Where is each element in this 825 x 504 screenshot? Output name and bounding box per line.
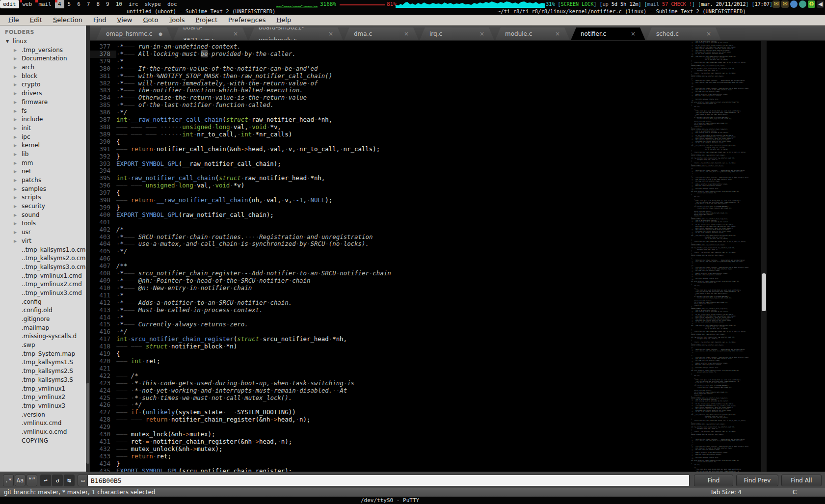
mail-notify-icon-2[interactable]: ✉ [781, 0, 789, 8]
code-line-413[interactable]: 413·*———Must·be·called·in·process·contex… [90, 307, 691, 314]
sidebar-folder-lib[interactable]: ▶lib [0, 150, 86, 159]
speaker-icon[interactable]: ◀ [817, 0, 824, 8]
menu-item-project[interactable]: Project [190, 15, 223, 26]
tab-close-icon[interactable]: × [479, 27, 484, 40]
code-line-403[interactable]: 403·*———SRCU·notifier·chain·routines.···… [90, 234, 691, 241]
tab-sched.c[interactable]: sched.c× [646, 27, 721, 40]
code-line-410[interactable]: 410·*———@n:·New·entry·in·notifier·chain [90, 285, 691, 292]
sidebar-folder-samples[interactable]: ▶samples [0, 185, 86, 194]
in-selection-toggle[interactable]: ↺ [52, 475, 63, 486]
menu-item-edit[interactable]: Edit [25, 15, 48, 26]
code-line-380[interactable]: 380·*———If·the·return·value·of·the·notif… [90, 65, 691, 73]
sidebar-folder-crypto[interactable]: ▶crypto [0, 80, 86, 89]
menu-item-find[interactable]: Find [88, 15, 112, 26]
power-manager-icon[interactable]: ♻ [808, 0, 815, 8]
editor-scrollbar[interactable] [761, 41, 767, 472]
wrap-toggle[interactable]: ↩ [40, 475, 51, 486]
sidebar-folder-tools[interactable]: ▶tools [0, 219, 86, 228]
code-line-395[interactable]: 395int·raw_notifier_call_chain(struct·ra… [90, 175, 691, 182]
sidebar-file-.tmp_System.map[interactable]: .tmp_System.map [0, 350, 86, 359]
workspace-tag-skype[interactable]: skype [142, 0, 164, 8]
tab-notifier.c[interactable]: notifier.c× [571, 27, 645, 40]
sidebar-folder-Documentation[interactable]: ▶Documentation [0, 54, 86, 63]
code-line-429[interactable]: 429 [90, 424, 691, 431]
sidebar-file-.tmp_vmlinux2[interactable]: .tmp_vmlinux2 [0, 393, 86, 402]
menu-item-file[interactable]: File [3, 15, 25, 26]
sidebar-file-..tmp_vmlinux3.cmd[interactable]: ..tmp_vmlinux3.cmd [0, 289, 86, 298]
tab-module.c[interactable]: module.c× [495, 27, 570, 40]
code-line-431[interactable]: 431———ret·=·notifier_chain_register(&nh-… [90, 438, 691, 446]
find-button[interactable]: Find [694, 475, 733, 486]
tab-close-icon[interactable]: × [328, 27, 333, 40]
menu-item-goto[interactable]: Goto [137, 15, 163, 26]
code-line-417[interactable]: 417int·srcu_notifier_chain_register(stru… [90, 336, 691, 343]
highlight-matches-toggle[interactable]: ▭ [78, 475, 88, 486]
sidebar-folder-arch[interactable]: ▶arch [0, 63, 86, 72]
sidebar-folder-ipc[interactable]: ▶ipc [0, 133, 86, 142]
sidebar-file-.tmp_kallsyms2.S[interactable]: .tmp_kallsyms2.S [0, 367, 86, 376]
sidebar-file-.tmp_vmlinux1[interactable]: .tmp_vmlinux1 [0, 385, 86, 394]
code-line-419[interactable]: 419{ [90, 350, 691, 358]
workspace-tag-doc[interactable]: doc [164, 0, 180, 8]
code-line-433[interactable]: 433———return·ret; [90, 453, 691, 460]
sidebar-file-..tmp_kallsyms3.o.cmd[interactable]: ..tmp_kallsyms3.o.cmd [0, 263, 86, 272]
code-line-408[interactable]: 408·*———srcu_notifier_chain_register·-·A… [90, 270, 691, 277]
code-line-428[interactable]: 428——————return·notifier_chain_register(… [90, 416, 691, 424]
sidebar-folder-scripts[interactable]: ▶scripts [0, 193, 86, 202]
workspace-tag-6[interactable]: 6 [74, 0, 83, 8]
workspace-tag-7[interactable]: 7 [84, 0, 93, 8]
sidebar-folder-linux[interactable]: ▼linux [0, 37, 86, 46]
sidebar-folder-fs[interactable]: ▶fs [0, 107, 86, 116]
sidebar-file-.gitignore[interactable]: .gitignore [0, 315, 86, 324]
tab-close-icon[interactable]: × [706, 27, 711, 40]
tab-irq.c[interactable]: irq.c× [420, 27, 494, 40]
code-line-409[interactable]: 409·*———@nh:·Pointer·to·head·of·the·SRCU… [90, 277, 691, 285]
tab-omap_hsmmc.c[interactable]: omap_hsmmc.c● [96, 27, 172, 40]
code-line-412[interactable]: 412·*———Adds·a·notifier·to·an·SRCU·notif… [90, 299, 691, 307]
sidebar-folder-security[interactable]: ▶security [0, 202, 86, 211]
network-globe-icon[interactable] [799, 0, 806, 8]
minimap[interactable]: * run in an undefined context. * All loc… [691, 41, 760, 472]
sidebar-folder-net[interactable]: ▶net [0, 167, 86, 176]
tab-dma.c[interactable]: dma.c× [344, 27, 419, 40]
code-line-421[interactable]: 421 [90, 365, 691, 372]
sidebar-file-..tmp_vmlinux1.cmd[interactable]: ..tmp_vmlinux1.cmd [0, 272, 86, 281]
find-input[interactable] [87, 475, 690, 486]
sidebar-folder-init[interactable]: ▶init [0, 124, 86, 133]
code-line-399[interactable]: 399} [90, 204, 691, 212]
sidebar-file-COPYING[interactable]: COPYING [0, 437, 86, 446]
code-line-420[interactable]: 420———int·ret; [90, 358, 691, 365]
workspace-tag-mail[interactable]: mail [35, 0, 54, 8]
sidebar-scrollbar[interactable] [86, 26, 90, 472]
code-line-424[interactable]: 424———·*·not·yet·working·and·interrupts·… [90, 387, 691, 395]
use-buffer-toggle[interactable]: ↹ [64, 475, 75, 486]
code-line-430[interactable]: 430———mutex_lock(&nh->mutex); [90, 431, 691, 438]
sidebar-file-.config.old[interactable]: .config.old [0, 306, 86, 315]
workspace-tag-10[interactable]: 10 [113, 0, 125, 8]
code-line-390[interactable]: 390{ [90, 138, 691, 146]
regex-toggle[interactable]: .* [3, 475, 14, 486]
sidebar-file-..tmp_kallsyms1.o.cmd[interactable]: ..tmp_kallsyms1.o.cmd [0, 246, 86, 255]
code-line-394[interactable]: 394 [90, 167, 691, 175]
tab-close-icon[interactable]: × [233, 27, 238, 40]
code-line-387[interactable]: 387int·__raw_notifier_call_chain(struct·… [90, 116, 691, 124]
globe-icon[interactable] [790, 0, 798, 8]
tab-close-icon[interactable]: × [404, 27, 409, 40]
code-line-415[interactable]: 415·*———Currently·always·returns·zero. [90, 321, 691, 328]
code-line-396[interactable]: 396——————unsigned·long·val,·void·*v) [90, 182, 691, 189]
code-line-386[interactable]: 386·*/ [90, 109, 691, 116]
sidebar-file-.tmp_kallsyms3.S[interactable]: .tmp_kallsyms3.S [0, 376, 86, 385]
menu-item-view[interactable]: View [112, 15, 138, 26]
menu-item-preferences[interactable]: Preferences [223, 15, 271, 26]
code-view[interactable]: 377·*———run·in·an·undefined·context.378·… [90, 41, 691, 472]
code-line-422[interactable]: 422———/* [90, 372, 691, 380]
editor-scrollbar-thumb[interactable] [762, 273, 766, 311]
sidebar-folder-include[interactable]: ▶include [0, 115, 86, 124]
sidebar-folder-kernel[interactable]: ▶kernel [0, 141, 86, 150]
tab-size-indicator[interactable]: Tab Size: 4 [710, 488, 742, 497]
sidebar-file-.version[interactable]: .version [0, 411, 86, 420]
code-line-407[interactable]: 407/** [90, 263, 691, 270]
workspace-tag-web[interactable]: web [20, 0, 35, 8]
workspace-tag-5[interactable]: 5 [65, 0, 74, 8]
code-line-384[interactable]: 384·*———Otherwise·the·return·value·is·th… [90, 94, 691, 102]
